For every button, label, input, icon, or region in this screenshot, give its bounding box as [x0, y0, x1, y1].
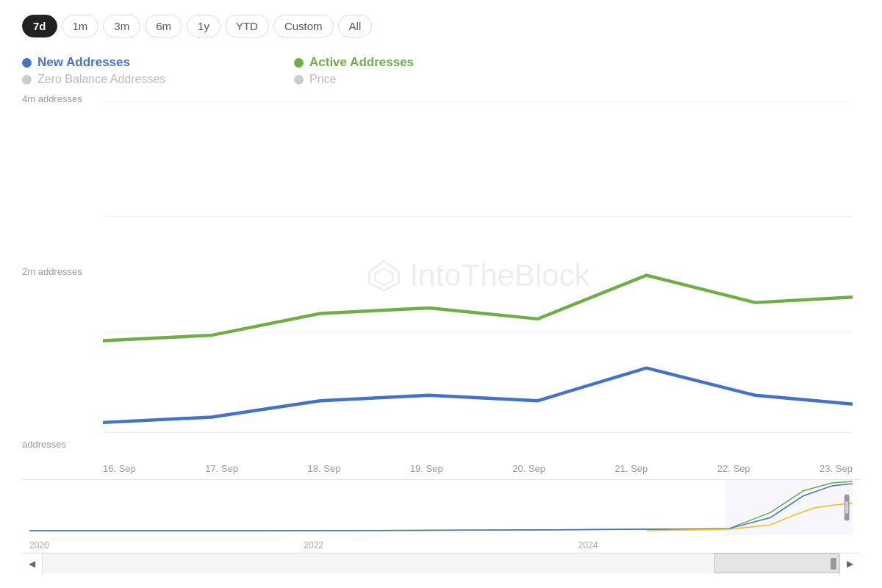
chart-lines-svg — [103, 101, 853, 450]
x-label-0: 16. Sep — [103, 463, 136, 474]
y-label-0: addresses — [22, 439, 82, 450]
new-addresses-line — [103, 368, 853, 423]
legend-dot-zero-balance — [22, 75, 32, 85]
legend-item-zero-balance[interactable]: Zero Balance Addresses — [22, 73, 265, 86]
scroll-right-button[interactable]: ▶ — [839, 553, 860, 574]
mini-chart-inner — [29, 480, 853, 535]
scroll-left-button[interactable]: ◀ — [22, 553, 43, 574]
time-btn-1m[interactable]: 1m — [62, 15, 99, 37]
y-label-4m: 4m addresses — [22, 93, 82, 104]
chart-legend: New AddressesActive AddressesZero Balanc… — [22, 55, 537, 86]
time-btn-3m[interactable]: 3m — [103, 15, 140, 37]
time-btn-all[interactable]: All — [338, 15, 373, 37]
legend-dot-price — [294, 75, 304, 85]
time-btn-1y[interactable]: 1y — [187, 15, 220, 37]
time-btn-ytd[interactable]: YTD — [225, 15, 269, 37]
mini-handle-right[interactable] — [845, 495, 850, 521]
time-btn-7d[interactable]: 7d — [22, 15, 57, 37]
legend-label-new-addresses: New Addresses — [37, 55, 130, 70]
mini-x-label-2024: 2024 — [578, 540, 598, 551]
chart-area: 4m addresses 2m addresses addresses Int — [22, 93, 860, 573]
x-label-7: 23. Sep — [820, 463, 853, 474]
chart-plot[interactable]: IntoTheBlock — [103, 101, 853, 450]
x-label-2: 18. Sep — [308, 463, 341, 474]
legend-item-active-addresses[interactable]: Active Addresses — [294, 55, 537, 70]
mini-x-label-2022: 2022 — [304, 540, 323, 551]
legend-dot-new-addresses — [22, 58, 32, 68]
legend-label-zero-balance: Zero Balance Addresses — [37, 73, 165, 86]
scroll-track[interactable] — [43, 553, 839, 573]
x-label-5: 21. Sep — [614, 463, 648, 474]
y-label-2m: 2m addresses — [22, 266, 82, 277]
legend-dot-active-addresses — [294, 58, 304, 68]
legend-label-active-addresses: Active Addresses — [309, 55, 414, 70]
mini-chart-svg — [29, 480, 853, 535]
legend-item-price[interactable]: Price — [294, 73, 537, 86]
x-label-1: 17. Sep — [205, 463, 238, 474]
y-axis-labels: 4m addresses 2m addresses addresses — [22, 93, 82, 450]
time-btn-6m[interactable]: 6m — [145, 15, 182, 37]
x-axis-labels: 16. Sep 17. Sep 18. Sep 19. Sep 20. Sep … — [103, 457, 853, 479]
scroll-bar: ◀ ▶ — [22, 553, 860, 573]
x-label-6: 22. Sep — [717, 463, 750, 474]
time-filter-bar: 7d1m3m6m1yYTDCustomAll — [22, 15, 860, 37]
active-addresses-line — [103, 276, 853, 341]
time-btn-custom[interactable]: Custom — [273, 15, 334, 37]
x-label-4: 20. Sep — [512, 463, 545, 474]
mini-x-label-2020: 2020 — [29, 540, 49, 551]
legend-item-new-addresses[interactable]: New Addresses — [22, 55, 265, 70]
main-container: 7d1m3m6m1yYTDCustomAll New AddressesActi… — [0, 0, 882, 588]
x-label-3: 19. Sep — [410, 463, 443, 474]
nav-handle-grip[interactable] — [831, 558, 836, 570]
nav-handle[interactable] — [714, 553, 839, 573]
mini-x-axis-labels: 2020 2022 2024 — [29, 538, 853, 553]
main-chart: 4m addresses 2m addresses addresses Int — [22, 93, 860, 479]
mini-selection-region — [725, 480, 853, 535]
mini-chart[interactable]: 2020 2022 2024 — [22, 479, 860, 553]
legend-label-price: Price — [309, 73, 336, 86]
